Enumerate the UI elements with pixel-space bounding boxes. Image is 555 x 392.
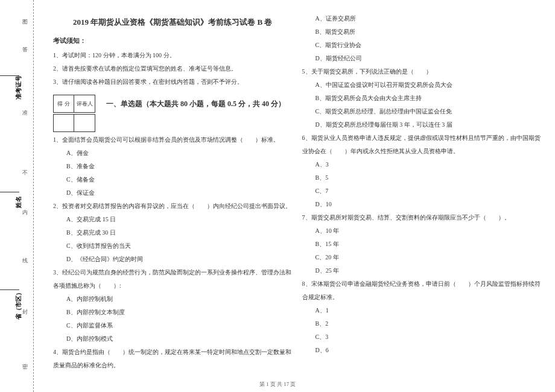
notice-2: 2、请首先按要求在试卷的指定位置填写您的姓名、准考证号等信息。 [53, 62, 293, 75]
score-box-row2 [53, 114, 293, 132]
q5-opt-a: A、中国证监会提议时可以召开期货交易所会员大会 [302, 78, 542, 92]
q1-opt-c: C、储备金 [53, 173, 293, 186]
admit-line [0, 75, 19, 76]
q3-opt-d: D、内部控制模式 [53, 332, 293, 346]
section-1-title: 一、单选题（本大题共 80 小题，每题 0.5 分，共 40 分） [106, 99, 285, 109]
q4: 4、期货合约是指由（ ）统一制定的，规定在将来某一特定时间和地点交割一定数量和质… [53, 346, 293, 372]
q8: 8、宋体期货公司申请金融期货经纪业务资格，申请日前（ ）个月风险监管指标持续符合… [302, 277, 542, 304]
q7-opt-b: B、15 年 [302, 238, 542, 251]
binding-margin: 图 答 准 不 内 线 封 密 准考证号 姓名 省（市区） [0, 0, 42, 392]
q8-opt-a: A、1 [302, 304, 542, 317]
q5-opt-b: B、期货交易所会员大会由大会主席主持 [302, 92, 542, 105]
q1-opt-b: B、准备金 [53, 160, 293, 173]
q5-opt-d: D、期货交易所总经理每届任期 3 年，可以连任 3 届 [302, 118, 542, 131]
q2-opt-d: D、《经纪合同》约定的时间 [53, 253, 293, 266]
q3-opt-b: B、内部控制文本制度 [53, 306, 293, 319]
q1-opt-a: A、佣金 [53, 147, 293, 160]
q2: 2、投资者对交易结算报告的内容有异议的，应当在（ ）内向经纪公司提出书面异议。 [53, 200, 293, 213]
q8-opt-b: B、2 [302, 317, 542, 330]
content-area: 2019 年期货从业资格《期货基础知识》考前练习试卷 B 卷 考试须知： 1、考… [42, 0, 555, 392]
q4-opt-d: D、期货经纪公司 [302, 52, 542, 65]
q7-opt-a: A、10 年 [302, 224, 542, 238]
q2-opt-c: C、收到结算报告的当天 [53, 239, 293, 253]
column-right: A、证券交易所 B、期货交易所 C、期货行业协会 D、期货经纪公司 5、关于期货… [297, 12, 547, 386]
score-cell-grader: 评卷人 [74, 95, 95, 112]
q4-opt-c: C、期货行业协会 [302, 39, 542, 52]
q8-opt-c: C、3 [302, 330, 542, 344]
score-cells-empty [53, 114, 95, 132]
q3-opt-a: A、内部控制机制 [53, 292, 293, 306]
name-line [0, 192, 19, 192]
score-cells: 得 分 评卷人 [53, 95, 95, 113]
q7-opt-d: D、25 年 [302, 264, 542, 277]
score-cell-score: 得 分 [54, 95, 74, 112]
q4-opt-b: B、期货交易所 [302, 25, 542, 39]
score-empty-2 [74, 115, 95, 131]
q6-opt-b: B、5 [302, 171, 542, 185]
q1: 1、全面结算会员期货公司可以根据非结算会员的资信及市场情况调整（ ）标准。 [53, 133, 293, 147]
notice-heading: 考试须知： [53, 36, 293, 45]
page-footer: 第 1 页 共 17 页 [0, 381, 555, 388]
q7-opt-c: C、20 年 [302, 251, 542, 264]
score-empty-1 [54, 115, 74, 131]
q6: 6、期货从业人员资格申请人违反规定，提供虚假或误导性材料且情节严重的，由中国期货… [302, 131, 542, 158]
q6-opt-d: D、10 [302, 198, 542, 211]
q2-opt-b: B、交易完成 30 日 [53, 226, 293, 239]
q3-opt-c: C、内部监督体系 [53, 319, 293, 332]
notice-3: 3、请仔细阅读各种题目的回答要求，在密封线内答题，否则不予评分。 [53, 75, 293, 89]
province-label: 省（市区） [14, 289, 23, 320]
column-left: 2019 年期货从业资格《期货基础知识》考前练习试卷 B 卷 考试须知： 1、考… [48, 12, 297, 386]
q6-opt-c: C、7 [302, 185, 542, 198]
exam-page: 图 答 准 不 内 线 封 密 准考证号 姓名 省（市区） 2019 年期货从业… [0, 0, 555, 392]
q5-opt-c: C、期货交易所总经理、副总经理由中国证监会任免 [302, 105, 542, 118]
q7: 7、期货交易所对期货交易、结算、交割资料的保存期限应当不少于（ ）。 [302, 211, 542, 224]
q8-opt-d: D、6 [302, 344, 542, 357]
q6-opt-a: A、3 [302, 158, 542, 171]
admit-number-label: 准考证号 [14, 75, 23, 100]
q2-opt-a: A、交易完成 15 日 [53, 213, 293, 226]
name-label: 姓名 [14, 196, 23, 208]
q1-opt-d: D、保证金 [53, 186, 293, 200]
notice-1: 1、考试时间：120 分钟，本卷满分为 100 分。 [53, 49, 293, 62]
exam-title: 2019 年期货从业资格《期货基础知识》考前练习试卷 B 卷 [53, 17, 293, 28]
q5: 5、关于期货交易所，下列说法正确的是（ ） [302, 65, 542, 78]
province-line [0, 289, 19, 290]
q3: 3、经纪公司为规范自身的经营行为，防范风险而制定的一系列业务操作程序、管理办法和… [53, 266, 293, 292]
cut-line [33, 0, 34, 392]
q4-opt-a: A、证券交易所 [302, 12, 542, 25]
score-box: 得 分 评卷人 一、单选题（本大题共 80 小题，每题 0.5 分，共 40 分… [53, 95, 293, 113]
